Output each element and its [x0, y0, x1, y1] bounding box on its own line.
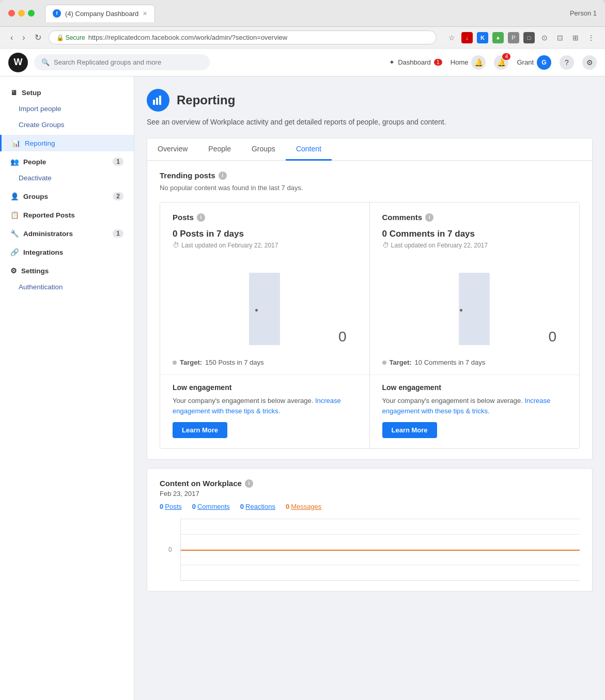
maximize-button[interactable]	[28, 10, 35, 17]
tab-favicon: f	[53, 9, 61, 18]
help-icon[interactable]: ?	[560, 55, 574, 70]
svg-rect-1	[156, 98, 158, 105]
tab-content[interactable]: Content	[286, 138, 332, 161]
comments-target: Target: 10 Comments in 7 days	[382, 354, 567, 366]
search-box[interactable]: 🔍	[34, 54, 210, 70]
posts-learn-more-button[interactable]: Learn More	[173, 422, 227, 438]
sidebar-item-settings[interactable]: ⚙ Settings	[0, 262, 134, 279]
home-notification-icon[interactable]: 🔔	[471, 55, 486, 70]
reported-icon: 📋	[10, 211, 19, 219]
ext4-icon[interactable]: P	[508, 32, 519, 43]
messages-link[interactable]: Messages	[291, 503, 321, 510]
back-button[interactable]: ‹	[8, 31, 15, 44]
posts-clock-icon: ⏱	[173, 241, 179, 249]
workplace-title: Content on Workplace i	[160, 479, 580, 488]
sidebar-item-people[interactable]: 👥 People 1	[0, 153, 134, 170]
chart-gridline-top	[181, 519, 580, 519]
ext7-icon[interactable]: ⊡	[554, 32, 566, 43]
settings-icon[interactable]: ⚙	[582, 55, 597, 70]
user-menu[interactable]: Grant G	[517, 55, 551, 70]
sidebar-item-administrators[interactable]: 🔧 Administrators 1	[0, 225, 134, 242]
search-input[interactable]	[54, 58, 203, 66]
svg-rect-2	[159, 96, 161, 105]
workplace-info-icon[interactable]: i	[245, 479, 253, 488]
app-container: W 🔍 ✦ Dashboard 1 Home 🔔 🔔	[0, 49, 605, 700]
ext8-icon[interactable]: ⊞	[570, 32, 581, 43]
admin-icon: 🔧	[10, 229, 19, 238]
person-label: Person 1	[570, 9, 597, 17]
chart-gridline-25	[181, 534, 580, 535]
main-card: Overview People Groups Content Trending …	[147, 138, 593, 460]
admins-count: 1	[113, 229, 123, 238]
people-count: 1	[113, 158, 123, 166]
posts-divider	[160, 375, 369, 375]
browser-titlebar: f (4) Company Dashboard ✕ Person 1	[0, 0, 605, 27]
comments-target-dot	[382, 361, 386, 365]
user-avatar: G	[537, 55, 551, 70]
trending-info-icon[interactable]: i	[219, 172, 227, 180]
sidebar-item-deactivate[interactable]: Deactivate	[0, 170, 134, 186]
comments-chart-bars: 0	[382, 273, 567, 345]
page-subtitle: See an overview of Workplace activity an…	[147, 117, 593, 128]
minimize-button[interactable]	[18, 10, 25, 17]
reactions-link[interactable]: Reactions	[245, 503, 275, 510]
app-logo[interactable]: W	[8, 53, 28, 72]
comments-link[interactable]: Comments	[197, 503, 230, 510]
sidebar-item-reporting[interactable]: 📊 Reporting	[0, 135, 134, 151]
tab-people[interactable]: People	[198, 138, 241, 161]
comments-chart-dot	[460, 309, 462, 312]
posts-target: Target: 150 Posts in 7 days	[173, 354, 357, 366]
metrics-grid: Posts i 0 Posts in 7 days ⏱ Last updated…	[160, 202, 580, 449]
ext3-icon[interactable]: ▲	[492, 32, 504, 43]
home-link[interactable]: Home 🔔	[451, 55, 486, 70]
sidebar-item-import-people[interactable]: Import people	[0, 101, 134, 117]
posts-tips-link[interactable]: Increase engagement with these tips & tr…	[173, 397, 341, 415]
forward-button[interactable]: ›	[20, 31, 27, 44]
sidebar-item-integrations[interactable]: 🔗 Integrations	[0, 244, 134, 260]
sidebar-item-reported-posts[interactable]: 📋 Reported Posts	[0, 207, 134, 223]
comments-info-icon[interactable]: i	[425, 213, 433, 222]
tab-close-icon[interactable]: ✕	[143, 10, 147, 17]
url-text: https://replicatedcom.facebook.com/work/…	[88, 34, 288, 41]
content-inner: Reporting See an overview of Workplace a…	[134, 76, 605, 604]
ext1-icon[interactable]: ↓	[461, 32, 473, 43]
ext5-icon[interactable]: □	[523, 32, 535, 43]
sidebar-reported-section: 📋 Reported Posts	[0, 207, 134, 223]
sidebar-setup-section: 🖥 Setup Import people Create Groups	[0, 85, 134, 133]
sidebar-people-section: 👥 People 1 Deactivate	[0, 153, 134, 186]
comments-learn-more-button[interactable]: Learn More	[382, 422, 437, 438]
comments-divider	[370, 375, 580, 375]
reporting-page-icon	[147, 89, 169, 112]
notifications-bell[interactable]: 🔔 4	[494, 55, 508, 70]
ext2-icon[interactable]: K	[477, 32, 488, 43]
toolbar-icons: ☆ ↓ K ▲ P □ ⊙ ⊡ ⊞ ⋮	[446, 32, 597, 43]
sidebar-reporting-section: 📊 Reporting	[0, 135, 134, 151]
comments-clock-icon: ⏱	[382, 241, 389, 249]
sidebar-item-setup[interactable]: 🖥 Setup	[0, 85, 134, 101]
tab-groups[interactable]: Groups	[241, 138, 286, 161]
posts-info-icon[interactable]: i	[197, 213, 205, 222]
tab-overview[interactable]: Overview	[147, 138, 198, 161]
sidebar-item-groups[interactable]: 👤 Groups 2	[0, 188, 134, 205]
close-button[interactable]	[8, 10, 15, 17]
ext6-icon[interactable]: ⊙	[539, 32, 550, 43]
dashboard-link[interactable]: ✦ Dashboard 1	[389, 58, 442, 66]
comments-panel: Comments i 0 Comments in 7 days ⏱ Last u…	[370, 203, 580, 448]
sidebar-item-create-groups[interactable]: Create Groups	[0, 117, 134, 133]
bell-icon[interactable]: 🔔 4	[494, 55, 508, 70]
posts-count: 0 Posts in 7 days	[173, 229, 357, 239]
no-content-message: No popular content was found in the last…	[160, 184, 580, 192]
sidebar-admins-section: 🔧 Administrators 1	[0, 225, 134, 242]
sidebar-item-authentication[interactable]: Authentication	[0, 279, 134, 295]
url-box[interactable]: 🔒 Secure https://replicatedcom.facebook.…	[49, 30, 437, 44]
comments-engagement-text: Your company's engagement is below avera…	[382, 396, 567, 416]
comments-tips-link[interactable]: Increase engagement with these tips & tr…	[382, 397, 551, 415]
posts-link[interactable]: Posts	[165, 503, 182, 510]
dashboard-icon: ✦	[389, 58, 395, 66]
browser-tab[interactable]: f (4) Company Dashboard ✕	[45, 5, 155, 22]
reload-button[interactable]: ↻	[33, 30, 43, 44]
menu-icon[interactable]: ⋮	[585, 32, 597, 43]
star-icon[interactable]: ☆	[446, 32, 457, 43]
chart-y-label: 0	[168, 546, 172, 553]
setup-icon: 🖥	[10, 89, 18, 97]
